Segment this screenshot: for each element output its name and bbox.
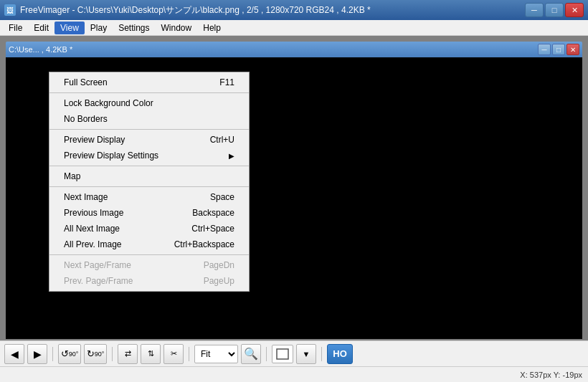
- menu-prev-image-label: Previous Image: [64, 208, 123, 218]
- frame-button[interactable]: [272, 345, 293, 363]
- title-bar-buttons: ─ □ ✕: [525, 3, 584, 17]
- menu-edit[interactable]: Edit: [28, 22, 54, 34]
- menu-separator-3: [49, 166, 249, 166]
- menu-no-borders[interactable]: No Borders: [49, 111, 249, 127]
- menu-separator-2: [49, 129, 249, 130]
- menu-help[interactable]: Help: [197, 22, 227, 34]
- submenu-arrow: ▶: [229, 152, 234, 160]
- menu-prev-page: Prev. Page/Frame PageUp: [49, 273, 249, 289]
- menu-next-image-label: Next Image: [64, 192, 108, 202]
- menu-all-prev-image[interactable]: All Prev. Image Ctrl+Backspace: [49, 237, 249, 252]
- fit-select[interactable]: Fit 100% 50%: [194, 345, 238, 363]
- menu-next-image-shortcut: Space: [210, 192, 234, 202]
- menu-next-page: Next Page/Frame PageDn: [49, 257, 249, 273]
- menu-separator-1: [49, 92, 249, 93]
- menu-next-page-label: Next Page/Frame: [64, 260, 131, 270]
- menu-prev-image[interactable]: Previous Image Backspace: [49, 205, 249, 221]
- bottom-toolbar: ◀ ▶ ↺90° ↻90° ⇄ ⇅ ✂ Fit 100% 50% 🔍 ▼ HO: [0, 340, 588, 366]
- title-bar: 🖼 FreeVimager - C:\Users\Yuki\Desktop\サン…: [0, 0, 588, 20]
- toolbar-separator-2: [112, 347, 113, 361]
- inner-maximize-button[interactable]: □: [552, 44, 565, 55]
- content-area: C:\Use... , 4.2KB * ─ □ ✕ ◀ ▶ ↺90° ↻90° …: [0, 36, 588, 382]
- inner-title-bar: C:\Use... , 4.2KB * ─ □ ✕: [6, 42, 582, 57]
- menu-all-next-image[interactable]: All Next Image Ctrl+Space: [49, 221, 249, 237]
- menu-all-prev-image-shortcut: Ctrl+Backspace: [174, 239, 234, 249]
- more-button[interactable]: ▼: [296, 344, 316, 364]
- menu-next-image[interactable]: Next Image Space: [49, 189, 249, 205]
- next-button[interactable]: ▶: [27, 344, 47, 364]
- menu-file[interactable]: File: [3, 22, 28, 34]
- menu-fullscreen-label: Full Screen: [64, 77, 108, 87]
- svg-rect-0: [277, 349, 288, 359]
- crop-button[interactable]: ✂: [163, 344, 184, 364]
- inner-minimize-button[interactable]: ─: [538, 44, 551, 55]
- menu-prev-page-shortcut: PageUp: [204, 276, 234, 286]
- menu-preview-display-shortcut: Ctrl+U: [210, 135, 234, 145]
- inner-close-button[interactable]: ✕: [566, 44, 579, 55]
- menu-preview-display-label: Preview Display: [64, 135, 125, 145]
- menu-all-prev-image-label: All Prev. Image: [64, 239, 121, 249]
- status-bar: X: 537px Y: -19px: [0, 366, 588, 382]
- menu-no-borders-label: No Borders: [64, 114, 108, 124]
- toolbar-separator-3: [189, 347, 189, 361]
- hd-button[interactable]: HO: [327, 344, 353, 364]
- menu-map-label: Map: [64, 171, 80, 181]
- inner-window-title: C:\Use... , 4.2KB *: [9, 45, 72, 54]
- menu-fullscreen-shortcut: F11: [219, 77, 234, 87]
- flip-v-button[interactable]: ⇅: [141, 344, 161, 364]
- menu-all-next-image-shortcut: Ctrl+Space: [191, 224, 234, 234]
- menu-all-next-image-label: All Next Image: [64, 224, 120, 234]
- menu-lock-bg-color[interactable]: Lock Background Color: [49, 95, 249, 111]
- close-button[interactable]: ✕: [565, 3, 584, 17]
- flip-h-button[interactable]: ⇄: [118, 344, 138, 364]
- maximize-button[interactable]: □: [545, 3, 564, 17]
- menu-preview-display-settings[interactable]: Preview Display Settings ▶: [49, 148, 249, 163]
- menu-separator-5: [49, 254, 249, 255]
- prev-button[interactable]: ◀: [4, 344, 24, 364]
- menu-prev-image-shortcut: Backspace: [192, 208, 234, 218]
- inner-title-buttons: ─ □ ✕: [538, 44, 579, 55]
- zoom-in-button[interactable]: 🔍: [241, 344, 261, 364]
- menu-play[interactable]: Play: [85, 22, 113, 34]
- menu-next-page-shortcut: PageDn: [204, 260, 234, 270]
- toolbar-separator-1: [52, 347, 53, 361]
- coordinates: X: 537px Y: -19px: [520, 371, 582, 379]
- rotate-cw-button[interactable]: ↻90°: [84, 344, 107, 364]
- menu-separator-4: [49, 186, 249, 187]
- view-dropdown-menu: Full Screen F11 Lock Background Color No…: [49, 72, 250, 292]
- menu-preview-display-settings-label: Preview Display Settings: [64, 151, 158, 161]
- menu-fullscreen[interactable]: Full Screen F11: [49, 75, 249, 90]
- menu-prev-page-label: Prev. Page/Frame: [64, 276, 133, 286]
- menu-map[interactable]: Map: [49, 168, 249, 184]
- rotate-ccw-button[interactable]: ↺90°: [58, 344, 81, 364]
- menu-settings[interactable]: Settings: [113, 22, 155, 34]
- menu-preview-display[interactable]: Preview Display Ctrl+U: [49, 132, 249, 148]
- toolbar-separator-5: [321, 347, 322, 361]
- toolbar-separator-4: [266, 347, 267, 361]
- menu-view[interactable]: View: [54, 22, 85, 34]
- minimize-button[interactable]: ─: [525, 3, 544, 17]
- menu-window[interactable]: Window: [156, 22, 198, 34]
- app-icon: 🖼: [4, 4, 16, 16]
- menu-bar: File Edit View Play Settings Window Help: [0, 20, 588, 36]
- menu-lock-bg-label: Lock Background Color: [64, 98, 153, 108]
- window-title: FreeVimager - C:\Users\Yuki\Desktop\サンプル…: [20, 4, 371, 16]
